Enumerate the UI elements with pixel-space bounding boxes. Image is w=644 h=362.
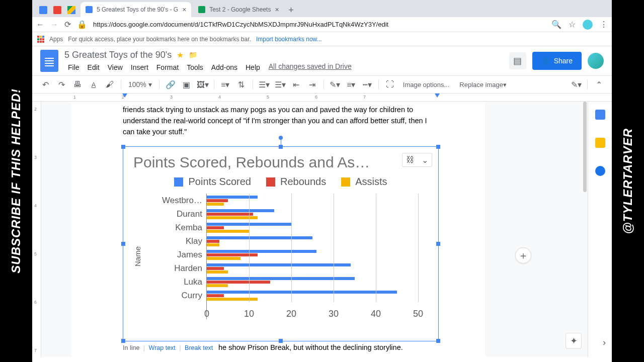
horizontal-ruler[interactable]: 1234567 bbox=[32, 94, 612, 102]
back-button[interactable]: ← bbox=[36, 20, 44, 29]
menu-tools[interactable]: Tools bbox=[183, 62, 207, 72]
menu-addons[interactable]: Add-ons bbox=[208, 62, 241, 72]
border-dash-button[interactable]: ┅▾ bbox=[360, 77, 374, 92]
spellcheck-button[interactable]: A bbox=[87, 77, 101, 92]
ruler-tick: 5 bbox=[34, 251, 37, 256]
resize-handle-mr[interactable] bbox=[436, 242, 440, 246]
bulleted-list-button[interactable]: ☰▾ bbox=[273, 77, 287, 92]
explore-button[interactable]: ✦ bbox=[566, 333, 582, 349]
folder-icon[interactable]: 📁 bbox=[189, 51, 197, 59]
close-icon[interactable]: × bbox=[275, 6, 279, 14]
border-weight-button[interactable]: ≡▾ bbox=[344, 77, 358, 92]
redo-button[interactable]: ↷ bbox=[54, 77, 68, 92]
bar bbox=[207, 257, 240, 260]
bar bbox=[207, 284, 228, 287]
bookmark-star-icon[interactable]: ☆ bbox=[569, 20, 576, 29]
comment-button[interactable]: ▣ bbox=[180, 77, 194, 92]
doc-title[interactable]: 5 Greatest Toys of the 90's bbox=[64, 50, 172, 60]
print-button[interactable]: 🖶 bbox=[70, 77, 85, 92]
import-bookmarks-link[interactable]: Import bookmarks now... bbox=[256, 36, 322, 43]
tab-active[interactable]: 5 Greatest Toys of the 90's - G × bbox=[80, 2, 191, 17]
menu-help[interactable]: Help bbox=[242, 62, 264, 72]
forward-button[interactable]: → bbox=[50, 20, 58, 29]
menu-format[interactable]: Format bbox=[153, 62, 182, 72]
scroll-thumb[interactable] bbox=[583, 102, 587, 192]
resize-handle-ml[interactable] bbox=[121, 242, 125, 246]
undo-button[interactable]: ↶ bbox=[38, 77, 52, 92]
editing-mode-button[interactable]: ✎▾ bbox=[569, 77, 583, 92]
zoom-select[interactable]: 100% ▾ bbox=[125, 80, 155, 88]
body-paragraph-below[interactable]: he show Prison Break, but without the de… bbox=[218, 342, 434, 353]
add-comment-fab[interactable]: ＋ bbox=[515, 247, 531, 263]
save-status[interactable]: All changes saved in Drive bbox=[269, 62, 352, 72]
side-panel-toggle[interactable]: › bbox=[603, 337, 606, 348]
keep-icon[interactable] bbox=[595, 138, 605, 148]
share-button[interactable]: 👤 Share bbox=[532, 52, 582, 70]
bar bbox=[207, 263, 351, 266]
resize-handle-br[interactable] bbox=[436, 339, 440, 343]
pinned-tab-drive[interactable] bbox=[64, 3, 78, 17]
indent-increase-button[interactable]: ⇥ bbox=[305, 77, 319, 92]
wrap-inline[interactable]: In line bbox=[123, 344, 139, 351]
resize-handle-tr[interactable] bbox=[436, 145, 440, 149]
legend-swatch bbox=[174, 177, 183, 187]
link-button[interactable]: 🔗 bbox=[164, 77, 178, 92]
address-bar: ← → ⟳ 🔒 https://docs.google.com/document… bbox=[32, 17, 612, 32]
indent-decrease-button[interactable]: ⇤ bbox=[289, 77, 303, 92]
break-text[interactable]: Break text bbox=[185, 344, 213, 351]
y-axis-label: Name bbox=[133, 246, 142, 266]
page: friends stack trying to unstack as many … bbox=[71, 102, 485, 357]
reload-button[interactable]: ⟳ bbox=[64, 20, 71, 29]
replace-image-button[interactable]: Replace image▾ bbox=[455, 81, 511, 88]
paint-format-button[interactable]: 🖌 bbox=[103, 77, 117, 92]
close-icon[interactable]: × bbox=[182, 6, 186, 14]
image-button[interactable]: 🖼▾ bbox=[196, 77, 210, 92]
menu-file[interactable]: File bbox=[64, 62, 83, 72]
url-field[interactable]: https://docs.google.com/document/d/1CTkf… bbox=[93, 21, 545, 28]
rotate-handle[interactable] bbox=[279, 136, 283, 140]
menu-icon[interactable]: ⋮ bbox=[600, 20, 608, 29]
line-spacing-button[interactable]: ⇅ bbox=[234, 77, 249, 92]
calendar-icon[interactable] bbox=[595, 110, 605, 120]
crop-button[interactable]: ⛶ bbox=[383, 77, 397, 92]
star-icon[interactable]: ★ bbox=[177, 50, 184, 60]
pinned-tab-docs[interactable] bbox=[36, 3, 50, 17]
gridline bbox=[334, 194, 334, 302]
menu-view[interactable]: View bbox=[104, 62, 126, 72]
resize-handle-bm[interactable] bbox=[279, 339, 283, 343]
collapse-toolbar-button[interactable]: ⌃ bbox=[592, 77, 606, 92]
apps-icon[interactable] bbox=[37, 36, 44, 43]
docs-logo[interactable] bbox=[40, 50, 58, 72]
lock-icon: 🔒 bbox=[77, 20, 87, 29]
bar-group bbox=[207, 221, 428, 234]
profile-avatar[interactable] bbox=[583, 20, 593, 30]
wrap-text[interactable]: Wrap text bbox=[149, 344, 176, 351]
pinned-tab-gmail[interactable] bbox=[50, 3, 64, 17]
border-color-button[interactable]: ✎▾ bbox=[328, 77, 342, 92]
new-tab-button[interactable]: + bbox=[284, 3, 298, 17]
category-label: Durant bbox=[145, 207, 206, 221]
body-paragraph[interactable]: friends stack trying to unstack as many … bbox=[123, 105, 434, 137]
zoom-icon[interactable]: 🔍 bbox=[551, 20, 561, 29]
tasks-icon[interactable] bbox=[595, 166, 605, 176]
apps-label[interactable]: Apps bbox=[49, 36, 63, 43]
menu-insert[interactable]: Insert bbox=[127, 62, 152, 72]
chevron-down-icon[interactable]: ⌄ bbox=[422, 155, 428, 165]
numbered-list-button[interactable]: ☰▾ bbox=[257, 77, 271, 92]
image-options-button[interactable]: Image options... bbox=[399, 81, 454, 88]
align-button[interactable]: ≡▾ bbox=[218, 77, 232, 92]
unlink-icon[interactable]: ⛓ bbox=[406, 155, 414, 164]
scrollbar[interactable] bbox=[582, 102, 588, 337]
resize-handle-bl[interactable] bbox=[121, 339, 125, 343]
right-indent-marker[interactable] bbox=[435, 94, 440, 98]
ruler-tick: 6 bbox=[34, 300, 37, 305]
tab-inactive[interactable]: Test 2 - Google Sheets × bbox=[193, 2, 284, 17]
account-avatar[interactable] bbox=[588, 53, 604, 69]
bar bbox=[207, 236, 312, 239]
resize-handle-tm[interactable] bbox=[279, 145, 283, 149]
menu-edit[interactable]: Edit bbox=[84, 62, 103, 72]
comments-button[interactable]: ▤ bbox=[509, 52, 526, 69]
resize-handle-tl[interactable] bbox=[121, 145, 125, 149]
vertical-ruler[interactable]: 234567 bbox=[32, 102, 41, 357]
embedded-chart[interactable]: ⛓ ⌄ Points Scored, Rebounds and As… Poin… bbox=[123, 146, 439, 341]
